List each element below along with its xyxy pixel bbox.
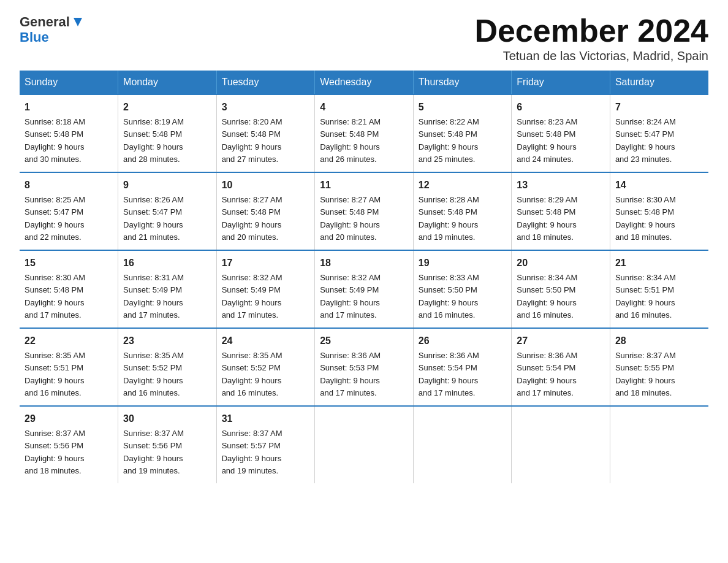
header-row: Sunday Monday Tuesday Wednesday Thursday…: [20, 71, 708, 94]
day-info: Sunrise: 8:37 AMSunset: 5:56 PMDaylight:…: [123, 429, 184, 475]
table-row: 30 Sunrise: 8:37 AMSunset: 5:56 PMDaylig…: [118, 406, 217, 483]
month-title: December 2024: [474, 15, 708, 47]
day-number: 2: [123, 100, 211, 115]
table-row: 13 Sunrise: 8:29 AMSunset: 5:48 PMDaylig…: [512, 172, 610, 250]
table-row: 4 Sunrise: 8:21 AMSunset: 5:48 PMDayligh…: [315, 94, 414, 172]
table-row: 5 Sunrise: 8:22 AMSunset: 5:48 PMDayligh…: [413, 94, 512, 172]
day-info: Sunrise: 8:30 AMSunset: 5:48 PMDaylight:…: [25, 273, 85, 320]
day-info: Sunrise: 8:30 AMSunset: 5:48 PMDaylight:…: [615, 195, 676, 242]
day-info: Sunrise: 8:26 AMSunset: 5:47 PMDaylight:…: [123, 195, 184, 242]
table-row: 15 Sunrise: 8:30 AMSunset: 5:48 PMDaylig…: [20, 250, 118, 328]
col-sunday: Sunday: [20, 71, 118, 94]
day-number: 13: [517, 178, 605, 193]
day-number: 16: [123, 256, 211, 270]
day-info: Sunrise: 8:33 AMSunset: 5:50 PMDaylight:…: [419, 273, 479, 320]
day-info: Sunrise: 8:19 AMSunset: 5:48 PMDaylight:…: [123, 117, 184, 164]
day-info: Sunrise: 8:35 AMSunset: 5:52 PMDaylight:…: [123, 351, 184, 397]
day-number: 7: [615, 100, 703, 115]
table-row: 7 Sunrise: 8:24 AMSunset: 5:47 PMDayligh…: [610, 94, 708, 172]
table-row: 23 Sunrise: 8:35 AMSunset: 5:52 PMDaylig…: [118, 328, 217, 406]
table-row: [610, 406, 708, 483]
col-monday: Monday: [118, 71, 217, 94]
day-number: 24: [222, 334, 310, 348]
day-info: Sunrise: 8:36 AMSunset: 5:53 PMDaylight:…: [320, 351, 381, 397]
table-row: 28 Sunrise: 8:37 AMSunset: 5:55 PMDaylig…: [610, 328, 708, 406]
table-row: 21 Sunrise: 8:34 AMSunset: 5:51 PMDaylig…: [610, 250, 708, 328]
day-number: 19: [419, 256, 507, 270]
table-row: 6 Sunrise: 8:23 AMSunset: 5:48 PMDayligh…: [512, 94, 610, 172]
table-row: [413, 406, 512, 483]
table-row: 12 Sunrise: 8:28 AMSunset: 5:48 PMDaylig…: [413, 172, 512, 250]
day-number: 28: [615, 334, 703, 348]
day-number: 22: [25, 334, 113, 348]
col-tuesday: Tuesday: [216, 71, 315, 94]
day-number: 4: [320, 100, 408, 115]
day-number: 25: [320, 334, 408, 348]
day-number: 6: [517, 100, 605, 115]
day-number: 29: [25, 412, 113, 426]
day-number: 23: [123, 334, 211, 348]
day-number: 17: [222, 256, 310, 270]
day-info: Sunrise: 8:23 AMSunset: 5:48 PMDaylight:…: [517, 117, 577, 164]
calendar-week-row: 1 Sunrise: 8:18 AMSunset: 5:48 PMDayligh…: [20, 94, 708, 172]
day-info: Sunrise: 8:24 AMSunset: 5:47 PMDaylight:…: [615, 117, 676, 164]
table-row: 20 Sunrise: 8:34 AMSunset: 5:50 PMDaylig…: [512, 250, 610, 328]
table-row: 17 Sunrise: 8:32 AMSunset: 5:49 PMDaylig…: [216, 250, 315, 328]
day-number: 18: [320, 256, 408, 270]
table-row: 31 Sunrise: 8:37 AMSunset: 5:57 PMDaylig…: [216, 406, 315, 483]
table-row: 25 Sunrise: 8:36 AMSunset: 5:53 PMDaylig…: [315, 328, 414, 406]
day-number: 8: [25, 178, 113, 193]
day-number: 27: [517, 334, 605, 348]
calendar-week-row: 29 Sunrise: 8:37 AMSunset: 5:56 PMDaylig…: [20, 406, 708, 483]
table-row: 10 Sunrise: 8:27 AMSunset: 5:48 PMDaylig…: [216, 172, 315, 250]
calendar-table: Sunday Monday Tuesday Wednesday Thursday…: [20, 71, 708, 483]
table-row: 14 Sunrise: 8:30 AMSunset: 5:48 PMDaylig…: [610, 172, 708, 250]
table-row: 1 Sunrise: 8:18 AMSunset: 5:48 PMDayligh…: [20, 94, 118, 172]
table-row: [512, 406, 610, 483]
day-info: Sunrise: 8:29 AMSunset: 5:48 PMDaylight:…: [517, 195, 577, 242]
calendar-week-row: 8 Sunrise: 8:25 AMSunset: 5:47 PMDayligh…: [20, 172, 708, 250]
day-info: Sunrise: 8:32 AMSunset: 5:49 PMDaylight:…: [320, 273, 381, 320]
table-row: [315, 406, 414, 483]
day-number: 10: [222, 178, 310, 193]
logo-general-text: General: [20, 15, 70, 29]
table-row: 16 Sunrise: 8:31 AMSunset: 5:49 PMDaylig…: [118, 250, 217, 328]
logo-arrow-icon: [70, 15, 83, 29]
table-row: 18 Sunrise: 8:32 AMSunset: 5:49 PMDaylig…: [315, 250, 414, 328]
table-row: 8 Sunrise: 8:25 AMSunset: 5:47 PMDayligh…: [20, 172, 118, 250]
table-row: 3 Sunrise: 8:20 AMSunset: 5:48 PMDayligh…: [216, 94, 315, 172]
day-number: 12: [419, 178, 507, 193]
day-info: Sunrise: 8:31 AMSunset: 5:49 PMDaylight:…: [123, 273, 184, 320]
day-info: Sunrise: 8:35 AMSunset: 5:51 PMDaylight:…: [25, 351, 85, 397]
day-info: Sunrise: 8:36 AMSunset: 5:54 PMDaylight:…: [517, 351, 577, 397]
logo: General Blue: [20, 15, 83, 45]
table-row: 11 Sunrise: 8:27 AMSunset: 5:48 PMDaylig…: [315, 172, 414, 250]
calendar-header: Sunday Monday Tuesday Wednesday Thursday…: [20, 71, 708, 94]
day-number: 14: [615, 178, 703, 193]
day-info: Sunrise: 8:21 AMSunset: 5:48 PMDaylight:…: [320, 117, 381, 164]
svg-marker-0: [74, 18, 82, 26]
day-number: 11: [320, 178, 408, 193]
table-row: 24 Sunrise: 8:35 AMSunset: 5:52 PMDaylig…: [216, 328, 315, 406]
day-info: Sunrise: 8:37 AMSunset: 5:57 PMDaylight:…: [222, 429, 282, 475]
logo-blue-text: Blue: [20, 29, 49, 45]
table-row: 22 Sunrise: 8:35 AMSunset: 5:51 PMDaylig…: [20, 328, 118, 406]
day-number: 21: [615, 256, 703, 270]
day-info: Sunrise: 8:37 AMSunset: 5:56 PMDaylight:…: [25, 429, 85, 475]
page-header: General Blue December 2024 Tetuan de las…: [20, 15, 708, 63]
day-info: Sunrise: 8:32 AMSunset: 5:49 PMDaylight:…: [222, 273, 282, 320]
day-info: Sunrise: 8:35 AMSunset: 5:52 PMDaylight:…: [222, 351, 282, 397]
table-row: 27 Sunrise: 8:36 AMSunset: 5:54 PMDaylig…: [512, 328, 610, 406]
day-info: Sunrise: 8:25 AMSunset: 5:47 PMDaylight:…: [25, 195, 85, 242]
day-info: Sunrise: 8:20 AMSunset: 5:48 PMDaylight:…: [222, 117, 282, 164]
day-number: 9: [123, 178, 211, 193]
table-row: 19 Sunrise: 8:33 AMSunset: 5:50 PMDaylig…: [413, 250, 512, 328]
day-number: 5: [419, 100, 507, 115]
calendar-week-row: 15 Sunrise: 8:30 AMSunset: 5:48 PMDaylig…: [20, 250, 708, 328]
day-info: Sunrise: 8:22 AMSunset: 5:48 PMDaylight:…: [419, 117, 479, 164]
day-number: 20: [517, 256, 605, 270]
table-row: 9 Sunrise: 8:26 AMSunset: 5:47 PMDayligh…: [118, 172, 217, 250]
day-number: 31: [222, 412, 310, 426]
col-saturday: Saturday: [610, 71, 708, 94]
day-info: Sunrise: 8:34 AMSunset: 5:50 PMDaylight:…: [517, 273, 577, 320]
